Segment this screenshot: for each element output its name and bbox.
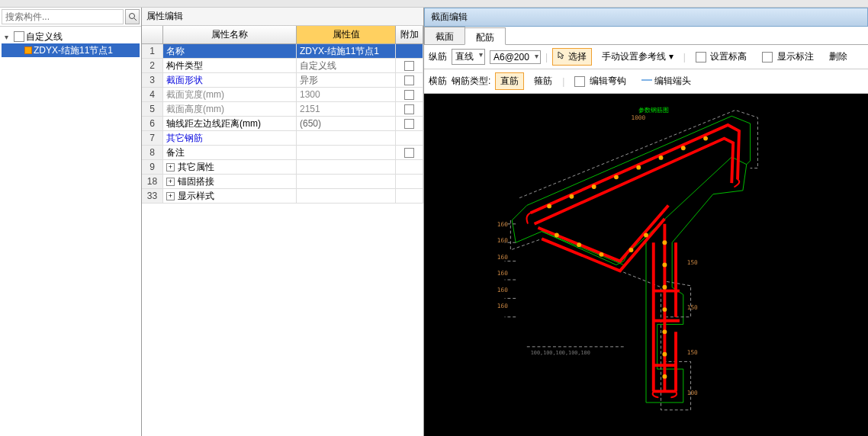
property-extra[interactable] xyxy=(396,88,423,101)
svg-point-0 xyxy=(129,14,134,19)
tab-section[interactable]: 截面 xyxy=(424,27,465,44)
property-name[interactable]: +其它属性 xyxy=(163,160,297,174)
hoop-rebar-button[interactable]: 箍筋 xyxy=(529,72,558,90)
delete-button[interactable]: 删除 xyxy=(824,48,853,66)
straight-rebar-button[interactable]: 直筋 xyxy=(495,72,524,90)
property-extra[interactable] xyxy=(396,44,423,58)
property-value[interactable] xyxy=(297,160,396,174)
property-row[interactable]: 1名称ZDYX-结施11节点1 xyxy=(142,44,423,59)
property-row[interactable]: 3截面形状异形 xyxy=(142,73,423,88)
property-extra[interactable] xyxy=(396,102,423,116)
property-value[interactable]: (650) xyxy=(297,117,396,130)
property-value[interactable] xyxy=(297,175,396,188)
property-extra[interactable] xyxy=(396,175,423,188)
property-row[interactable]: 4截面宽度(mm)1300 xyxy=(142,88,423,102)
svg-point-15 xyxy=(659,155,664,160)
property-extra[interactable] xyxy=(396,189,423,203)
edit-hook-button[interactable]: 编辑弯钩 xyxy=(569,72,631,90)
rebar-type-label: 钢筋类型: xyxy=(452,75,490,88)
property-name[interactable]: 轴线距左边线距离(mm) xyxy=(163,117,297,130)
svg-point-11 xyxy=(569,194,574,199)
property-name[interactable]: 备注 xyxy=(163,146,297,159)
checkbox[interactable] xyxy=(404,90,414,100)
row-number: 9 xyxy=(142,160,163,174)
header-extra[interactable]: 附加 xyxy=(396,26,423,43)
cad-canvas[interactable]: 160 160 160 160 160 160 100,100,100,100,… xyxy=(424,94,868,436)
svg-point-29 xyxy=(662,374,667,379)
show-label-button[interactable]: 显示标注 xyxy=(757,48,818,66)
tree-root-node[interactable]: ▾ 自定义线 xyxy=(2,30,140,43)
search-input[interactable] xyxy=(2,9,124,24)
svg-point-12 xyxy=(592,184,596,189)
property-value[interactable]: 1300 xyxy=(297,88,396,101)
svg-point-26 xyxy=(662,307,667,312)
property-name[interactable]: 构件类型 xyxy=(163,59,297,72)
property-name[interactable]: 截面形状 xyxy=(163,73,297,87)
set-elevation-button[interactable]: 设置标高 xyxy=(690,48,752,66)
property-name[interactable]: 截面宽度(mm) xyxy=(163,88,297,101)
header-name[interactable]: 属性名称 xyxy=(163,26,297,43)
svg-point-27 xyxy=(662,329,667,334)
checkbox[interactable] xyxy=(404,104,414,114)
search-button[interactable] xyxy=(125,9,140,24)
main-toolbar[interactable] xyxy=(0,0,868,8)
dim-150: 150 xyxy=(687,349,698,356)
line-type-select[interactable]: 直线 xyxy=(452,49,485,65)
svg-point-17 xyxy=(703,136,708,141)
property-row[interactable]: 5截面高度(mm)2151 xyxy=(142,102,423,117)
property-value[interactable] xyxy=(297,131,396,145)
property-name[interactable]: +锚固搭接 xyxy=(163,175,297,188)
expand-icon[interactable]: + xyxy=(166,163,175,172)
row-number: 5 xyxy=(142,102,163,116)
property-value[interactable]: ZDYX-结施11节点1 xyxy=(297,44,396,58)
expand-icon[interactable]: ▾ xyxy=(5,33,14,41)
property-row[interactable]: 2构件类型自定义线 xyxy=(142,59,423,73)
row-number: 7 xyxy=(142,131,163,145)
select-button[interactable]: 选择 xyxy=(552,48,592,66)
property-value[interactable]: 自定义线 xyxy=(297,59,396,72)
checkbox[interactable] xyxy=(404,61,414,71)
property-name[interactable]: 名称 xyxy=(163,44,297,58)
property-row[interactable]: 8备注 xyxy=(142,146,423,160)
svg-point-25 xyxy=(662,285,667,290)
edit-end-button[interactable]: 编辑端头 xyxy=(636,72,696,90)
dim-150: 150 xyxy=(687,260,698,267)
svg-point-13 xyxy=(614,175,619,179)
checkbox[interactable] xyxy=(404,75,414,85)
property-extra[interactable] xyxy=(396,59,423,72)
property-extra[interactable] xyxy=(396,146,423,159)
dim-100: 100 xyxy=(687,390,698,396)
property-extra[interactable] xyxy=(396,73,423,87)
property-value[interactable]: 2151 xyxy=(297,102,396,116)
property-value[interactable] xyxy=(297,146,396,159)
property-row[interactable]: 9+其它属性 xyxy=(142,160,423,175)
property-name[interactable]: 截面高度(mm) xyxy=(163,102,297,116)
section-editor-panel: 截面编辑 截面 配筋 纵筋 直线 A6@200 | 选择 手动设置参考线 ▾ |… xyxy=(424,8,868,436)
expand-icon[interactable]: + xyxy=(166,178,175,186)
tree-child-node[interactable]: ZDYX-结施11节点1 xyxy=(2,43,140,57)
rebar-spec-select[interactable]: A6@200 xyxy=(490,50,541,64)
property-row[interactable]: 33+显示样式 xyxy=(142,189,423,204)
property-row[interactable]: 7其它钢筋 xyxy=(142,131,423,146)
property-value[interactable] xyxy=(297,189,396,203)
tree-child-label: ZDYX-结施11节点1 xyxy=(34,44,113,57)
property-extra[interactable] xyxy=(396,131,423,145)
manual-refline-button[interactable]: 手动设置参考线 ▾ xyxy=(596,48,678,66)
property-row[interactable]: 6轴线距左边线距离(mm)(650) xyxy=(142,117,423,131)
dim-160: 160 xyxy=(497,287,508,293)
property-row[interactable]: 18+锚固搭接 xyxy=(142,175,423,189)
property-extra[interactable] xyxy=(396,117,423,130)
svg-point-10 xyxy=(547,204,551,208)
property-value[interactable]: 异形 xyxy=(297,73,396,87)
checkbox[interactable] xyxy=(404,119,414,129)
checkbox[interactable] xyxy=(404,148,414,158)
svg-point-28 xyxy=(662,352,667,357)
header-value[interactable]: 属性值 xyxy=(297,26,396,43)
expand-icon[interactable]: + xyxy=(166,192,175,200)
component-tree[interactable]: ▾ 自定义线 ZDYX-结施11节点1 xyxy=(0,27,141,436)
row-number: 8 xyxy=(142,146,163,159)
property-extra[interactable] xyxy=(396,160,423,174)
property-name[interactable]: +显示样式 xyxy=(163,189,297,203)
property-name[interactable]: 其它钢筋 xyxy=(163,131,297,145)
tab-rebar[interactable]: 配筋 xyxy=(465,27,506,45)
